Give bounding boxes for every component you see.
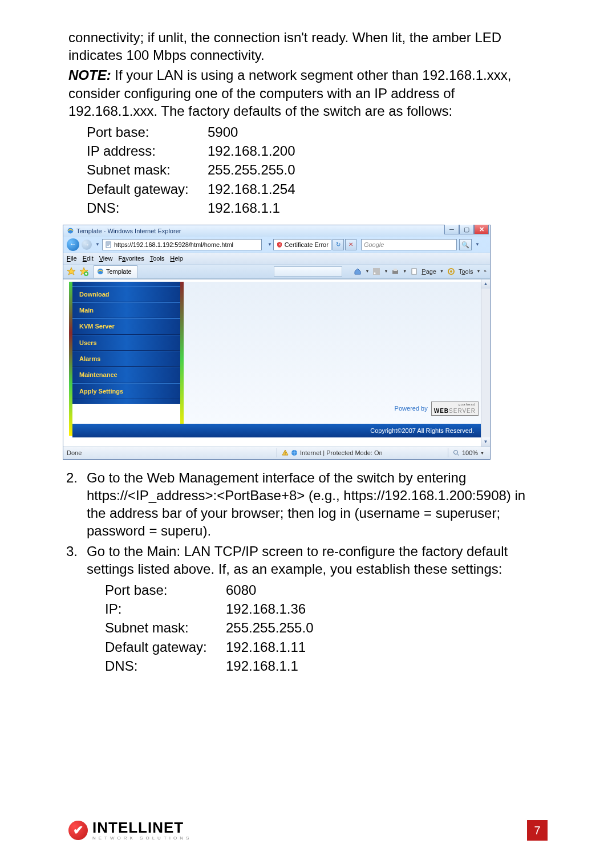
dropdown-icon[interactable]: ▼	[384, 269, 388, 274]
scroll-down-icon[interactable]: ▼	[481, 437, 490, 447]
step-number: 2.	[66, 469, 87, 540]
sidebar-item-kvm[interactable]: KVM Server	[72, 318, 180, 334]
dropdown-icon[interactable]: ▼	[480, 451, 484, 456]
sidebar-item-maintenance[interactable]: Maintenance	[72, 367, 180, 383]
step-body: Go to the Main: LAN TCP/IP screen to re-…	[87, 542, 548, 683]
forward-button[interactable]: →	[82, 240, 92, 250]
tools-menu-icon	[447, 267, 455, 275]
default-value: 192.168.1.254	[208, 180, 295, 198]
ie-icon	[67, 227, 74, 234]
copyright-text: Copyright©2007 All Rights Reserved.	[370, 427, 474, 435]
menu-favorites[interactable]: Favorites	[118, 254, 144, 262]
page-footer: ✔ INTELLINET NETWORK SOLUTIONS 7	[68, 820, 548, 841]
title-bar: Template - Windows Internet Explorer ─ ▢…	[63, 225, 490, 237]
menu-bar: File Edit View Favorites Tools Help	[63, 253, 490, 264]
stop-button[interactable]: ✕	[345, 239, 356, 250]
svg-rect-5	[373, 268, 380, 275]
command-toolbar: ▼ ▼ ▼ Page ▼ Tools ▼ »	[354, 267, 487, 275]
search-input[interactable]: Google	[361, 239, 457, 250]
default-key: DNS:	[87, 199, 206, 217]
search-dropdown-icon[interactable]: ▼	[475, 242, 480, 248]
page-number: 7	[527, 820, 548, 841]
home-icon[interactable]	[354, 267, 362, 275]
step-3: 3. Go to the Main: LAN TCP/IP screen to …	[68, 542, 548, 683]
svg-text:!: !	[285, 451, 286, 455]
tools-menu[interactable]: Tools	[459, 267, 473, 275]
page-icon	[105, 241, 112, 248]
setting-key: Subnet mask:	[105, 619, 225, 636]
dropdown-icon[interactable]: ▼	[440, 269, 444, 274]
svg-text:✕: ✕	[278, 243, 281, 246]
refresh-button[interactable]: ↻	[333, 239, 344, 250]
step-2: 2. Go to the Web Management interface of…	[68, 469, 548, 540]
zoom-level: 100%	[462, 449, 478, 457]
browser-tab[interactable]: Template	[93, 265, 138, 277]
globe-icon	[291, 449, 298, 456]
shield-icon: ✕	[276, 241, 283, 248]
sidebar-item-main[interactable]: Main	[72, 302, 180, 318]
step-number: 3.	[66, 542, 87, 683]
add-favorite-icon[interactable]	[79, 267, 88, 276]
minimize-button[interactable]: ─	[444, 225, 459, 234]
menu-file[interactable]: File	[67, 254, 77, 262]
search-button[interactable]: 🔍	[459, 239, 472, 250]
numbered-steps: 2. Go to the Web Management interface of…	[68, 469, 548, 683]
dropdown-icon[interactable]: ▼	[365, 269, 369, 274]
chevron-more-icon[interactable]: »	[484, 269, 487, 274]
feed-icon[interactable]	[372, 267, 380, 275]
default-value: 192.168.1.200	[208, 142, 295, 160]
svg-point-14	[453, 451, 457, 455]
scroll-up-icon[interactable]: ▲	[481, 279, 490, 289]
menu-edit[interactable]: Edit	[83, 254, 94, 262]
navigation-bar: ← → ▼ https://192.168.1.192:5928/html/ho…	[63, 237, 490, 253]
sidebar-item-users[interactable]: Users	[72, 335, 180, 351]
vertical-scrollbar[interactable]: ▲ ▼	[481, 279, 490, 447]
dropdown-icon[interactable]: ▼	[403, 269, 407, 274]
page-menu[interactable]: Page	[422, 267, 436, 275]
page-menu-icon	[410, 267, 418, 275]
blank-tab[interactable]	[274, 266, 342, 277]
status-bar: Done ! Internet | Protected Mode: On 100…	[63, 447, 490, 459]
sidebar-item-apply[interactable]: Apply Settings	[72, 383, 180, 399]
example-settings-table: Port base:6080 IP:192.168.1.36 Subnet ma…	[104, 580, 314, 676]
page-content: Download Main KVM Server Users Alarms Ma…	[63, 279, 490, 447]
status-text-left: Done	[67, 449, 82, 457]
note-body: If your LAN is using a network segment o…	[68, 67, 511, 118]
default-value: 192.168.1.1	[208, 199, 295, 217]
zoom-icon[interactable]	[453, 449, 460, 456]
cert-error-label: Certificate Error	[285, 241, 329, 249]
close-button[interactable]: ✕	[474, 225, 489, 234]
back-button[interactable]: ←	[67, 238, 79, 251]
default-value: 255.255.255.0	[208, 161, 295, 179]
sidebar-item-download[interactable]: Download	[72, 286, 180, 302]
copyright-bar: Copyright©2007 All Rights Reserved.	[72, 424, 483, 437]
menu-tools[interactable]: Tools	[150, 254, 165, 262]
brand-tagline: NETWORK SOLUTIONS	[92, 836, 192, 841]
powered-by: Powered by goahead WEBSERVER	[395, 401, 479, 416]
dropdown-icon[interactable]: ▼	[477, 269, 481, 274]
menu-help[interactable]: Help	[170, 254, 183, 262]
sidebar-item-alarms[interactable]: Alarms	[72, 351, 180, 367]
default-value: 5900	[208, 123, 295, 141]
svg-point-11	[450, 270, 452, 273]
logo-checkmark-icon: ✔	[68, 821, 88, 840]
warning-icon: !	[282, 449, 289, 456]
brand-logo: ✔ INTELLINET NETWORK SOLUTIONS	[68, 820, 192, 841]
maximize-button[interactable]: ▢	[459, 225, 474, 234]
ie-icon	[97, 268, 104, 275]
note-label: NOTE:	[68, 67, 111, 83]
nav-dropdown-icon[interactable]: ▼	[95, 242, 100, 248]
certificate-error-badge[interactable]: ✕ Certificate Error	[273, 239, 331, 250]
note-paragraph: NOTE: If your LAN is using a network seg…	[68, 66, 548, 120]
print-icon[interactable]	[391, 267, 399, 275]
favorites-star-icon[interactable]	[67, 267, 76, 276]
default-key: Port base:	[87, 123, 206, 141]
status-right: 100% ▼	[445, 448, 484, 457]
menu-view[interactable]: View	[99, 254, 113, 262]
brand-name: INTELLINET	[92, 820, 192, 835]
step-3-lead: Go to the Main: LAN TCP/IP screen to re-…	[87, 542, 548, 578]
addr-dropdown-icon[interactable]: ▼	[268, 242, 272, 248]
svg-rect-9	[412, 269, 416, 274]
default-key: Subnet mask:	[87, 161, 206, 179]
address-bar[interactable]: https://192.168.1.192:5928/html/home.htm…	[102, 239, 262, 250]
